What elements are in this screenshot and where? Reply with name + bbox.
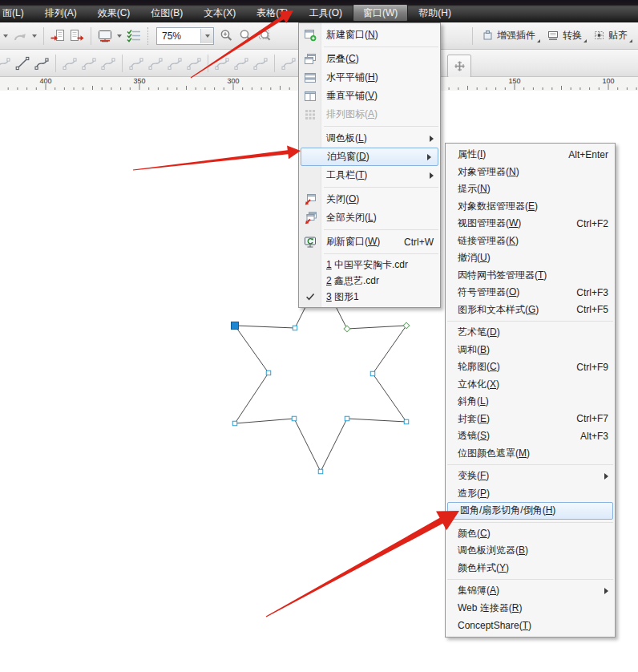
menu-item-提示-N-[interactable]: 提示(N) xyxy=(446,180,615,198)
menu-item-label: 透镜(S) xyxy=(458,429,490,443)
menu-separator xyxy=(324,47,438,47)
menu-item-垂直平铺-V-[interactable]: 垂直平铺(V) xyxy=(299,87,440,105)
star-node-square[interactable] xyxy=(404,419,409,424)
menu-item-属性-I-[interactable]: 属性(I)Alt+Enter xyxy=(446,146,615,164)
menu-item-label: 立体化(X) xyxy=(458,378,499,391)
menu-item-全部关闭-L-[interactable]: 全部关闭(L) xyxy=(299,208,440,227)
menu-item-label: ConceptShare(T) xyxy=(458,620,531,631)
new-window-icon xyxy=(299,29,321,42)
menu-item-label: 2 鑫思艺.cdr xyxy=(326,274,379,288)
menu-item-斜角-L-[interactable]: 斜角(L) xyxy=(446,393,615,411)
menu-item-变换-F-[interactable]: 变换(F) xyxy=(446,468,615,485)
menu-item-shortcut: Ctrl+F2 xyxy=(562,218,608,229)
menu-item-label: 符号管理器(O) xyxy=(458,285,519,299)
menu-separator xyxy=(324,187,438,188)
menu-item-视图管理器-W-[interactable]: 视图管理器(W)Ctrl+F2 xyxy=(446,215,615,233)
menu-item-图形和文本样式-G-[interactable]: 图形和文本样式(G)Ctrl+F5 xyxy=(446,302,615,319)
menu-item-1-中国平安胸卡-cdr[interactable]: 1 中国平安胸卡.cdr xyxy=(299,257,440,273)
menu-item-ConceptShare-T-[interactable]: ConceptShare(T) xyxy=(446,617,615,634)
star-node-diamond[interactable] xyxy=(403,322,410,329)
tile-vertical-icon xyxy=(299,90,321,103)
menu-item-label: 集锦簿(A) xyxy=(458,584,499,597)
menu-item-符号管理器-O-[interactable]: 符号管理器(O)Ctrl+F3 xyxy=(446,284,615,302)
menu-item-链接管理器-K-[interactable]: 链接管理器(K) xyxy=(446,233,615,250)
menu-item-新建窗口-N-[interactable]: 新建窗口(N) xyxy=(299,26,440,44)
menu-item-颜色样式-Y-[interactable]: 颜色样式(Y) xyxy=(446,560,615,577)
menu-item-关闭-O-[interactable]: 关闭(O) xyxy=(299,190,440,208)
cascade-icon xyxy=(299,53,321,66)
star-node-square[interactable] xyxy=(293,326,297,330)
menu-item-对象管理器-N-[interactable]: 对象管理器(N) xyxy=(446,164,615,181)
menu-item-label: 层叠(C) xyxy=(326,52,359,66)
star-node-diamond[interactable] xyxy=(344,326,350,332)
star-node-square[interactable] xyxy=(232,421,237,426)
star-node-square[interactable] xyxy=(266,370,271,375)
menu-item-水平平铺-H-[interactable]: 水平平铺(H) xyxy=(299,68,440,87)
menu-item-shortcut: Alt+Enter xyxy=(554,149,608,160)
menu-item-刷新窗口-W-[interactable]: 刷新窗口(W)Ctrl+W xyxy=(299,233,440,251)
menu-item-颜色-C-[interactable]: 颜色(C) xyxy=(446,525,615,543)
menu-item-shortcut: Ctrl+F9 xyxy=(562,362,608,373)
menu-item-label: 刷新窗口(W) xyxy=(326,235,380,249)
menu-item-因特网书签管理器-T-[interactable]: 因特网书签管理器(T) xyxy=(446,267,615,285)
menu-item-透镜-S-[interactable]: 透镜(S)Alt+F3 xyxy=(446,427,615,445)
menu-item-位图颜色遮罩-M-[interactable]: 位图颜色遮罩(M) xyxy=(446,445,615,463)
menu-item-泊坞窗-D-[interactable]: 泊坞窗(D) xyxy=(301,148,438,166)
submenu-arrow-icon xyxy=(430,172,434,179)
menu-item-Web-连接器-R-[interactable]: Web 连接器(R) xyxy=(446,600,615,617)
menu-item-圆角-扇形切角-倒角-H-[interactable]: 圆角/扇形切角/倒角(H) xyxy=(447,502,613,520)
menu-separator xyxy=(447,321,613,322)
menu-item-label: 提示(N) xyxy=(458,182,491,196)
menu-item-label: 封套(E) xyxy=(458,412,490,426)
menu-item-调色板-L-[interactable]: 调色板(L) xyxy=(299,129,440,148)
menu-item-对象数据管理器-E-[interactable]: 对象数据管理器(E) xyxy=(446,198,615,216)
close-window-icon xyxy=(299,193,321,206)
menu-item-label: 变换(F) xyxy=(458,469,489,483)
submenu-arrow-icon xyxy=(427,154,431,160)
menu-item-label: 对象管理器(N) xyxy=(458,165,519,179)
menu-item-label: 颜色样式(Y) xyxy=(458,561,509,575)
menu-separator xyxy=(447,464,613,465)
check-icon xyxy=(299,291,321,302)
menu-item-label: 新建窗口(N) xyxy=(326,28,378,42)
close-all-icon xyxy=(299,212,321,225)
submenu-arrow-icon xyxy=(604,588,608,594)
star-node-square[interactable] xyxy=(292,416,297,421)
dockers-submenu: 属性(I)Alt+Enter对象管理器(N)提示(N)对象数据管理器(E)视图管… xyxy=(445,143,616,638)
menu-item-2-鑫思艺-cdr[interactable]: 2 鑫思艺.cdr xyxy=(299,273,440,289)
menu-item-集锦簿-A-[interactable]: 集锦簿(A) xyxy=(446,582,615,600)
menu-item-label: Web 连接器(R) xyxy=(458,601,522,615)
menu-item-label: 调色板浏览器(B) xyxy=(458,544,528,557)
menu-item-label: 颜色(C) xyxy=(458,527,491,540)
menu-item-造形-P-[interactable]: 造形(P) xyxy=(446,485,615,503)
menu-item-label: 因特网书签管理器(T) xyxy=(458,269,547,282)
menu-item-label: 视图管理器(W) xyxy=(458,217,521,230)
menu-item-shortcut: Ctrl+W xyxy=(390,237,434,248)
menu-item-3-图形1[interactable]: 3 图形1 xyxy=(299,289,440,305)
menu-item-label: 艺术笔(D) xyxy=(458,326,500,339)
menu-item-shortcut: Ctrl+F5 xyxy=(562,304,608,315)
menu-item-轮廓图-C-[interactable]: 轮廓图(C)Ctrl+F9 xyxy=(446,358,615,376)
star-node-square[interactable] xyxy=(318,469,323,474)
menu-item-label: 3 图形1 xyxy=(326,290,359,304)
star-node-selected[interactable] xyxy=(232,322,239,330)
menu-item-label: 图形和文本样式(G) xyxy=(458,303,539,317)
menu-separator xyxy=(324,229,438,230)
menu-item-工具栏-T-[interactable]: 工具栏(T) xyxy=(299,166,440,184)
menu-item-立体化-X-[interactable]: 立体化(X) xyxy=(446,376,615,394)
arrange-icons-icon xyxy=(299,108,321,121)
menu-item-封套-E-[interactable]: 封套(E)Ctrl+F7 xyxy=(446,411,615,428)
menu-item-调色板浏览器-B-[interactable]: 调色板浏览器(B) xyxy=(446,542,615,560)
menu-item-label: 对象数据管理器(E) xyxy=(458,200,538,213)
menu-item-label: 链接管理器(K) xyxy=(458,234,519,248)
menu-item-艺术笔-D-[interactable]: 艺术笔(D) xyxy=(446,324,615,342)
star-node-square[interactable] xyxy=(345,416,349,421)
menu-separator xyxy=(447,522,613,523)
menu-item-层叠-C-[interactable]: 层叠(C) xyxy=(299,50,440,68)
menu-item-调和-B-[interactable]: 调和(B) xyxy=(446,342,615,359)
menu-item-撤消-U-[interactable]: 撤消(U) xyxy=(446,249,615,267)
star-node-square[interactable] xyxy=(370,371,375,376)
menu-item-label: 排列图标(A) xyxy=(326,107,378,121)
window-menu-dropdown: 新建窗口(N)层叠(C)水平平铺(H)垂直平铺(V)排列图标(A)调色板(L)泊… xyxy=(298,22,441,308)
menu-item-label: 工具栏(T) xyxy=(326,168,367,182)
